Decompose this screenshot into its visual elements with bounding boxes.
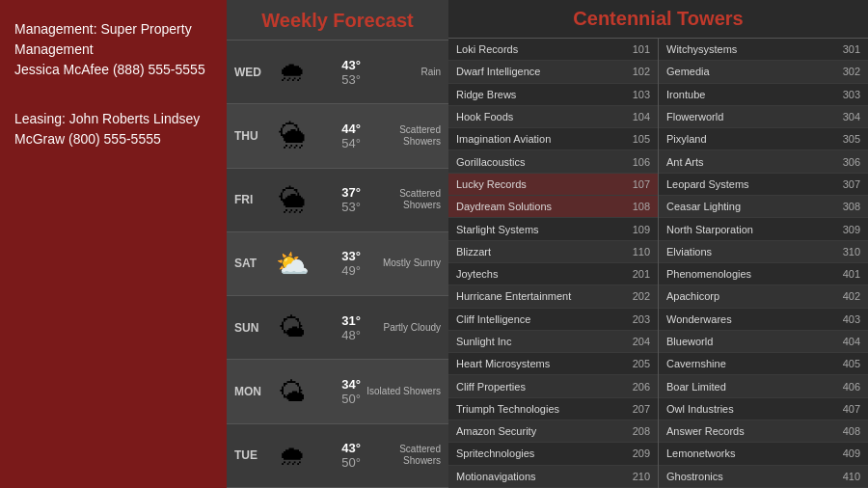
dir-num: 404	[831, 336, 860, 347]
weather-row: FRI 🌦 37° 53° Scattered Showers	[227, 169, 448, 232]
dir-name: Starlight Systems	[456, 224, 621, 235]
dir-row: Motionavigations 210	[448, 466, 658, 488]
temp-low: 49°	[341, 263, 361, 278]
dir-name: Ridge Brews	[456, 89, 621, 100]
dir-row: Ceasar Lighting 308	[659, 196, 868, 218]
dir-row: Pixyland 305	[659, 128, 868, 150]
weather-desc: Scattered Showers	[361, 188, 441, 211]
directory-col1: Loki Records 101 Dwarf Intelligence 102 …	[448, 39, 659, 488]
dir-row: Imagination Aviation 105	[448, 128, 658, 150]
dir-row: Lemonetworks 409	[659, 443, 868, 465]
dir-name: Blueworld	[666, 336, 831, 347]
dir-num: 307	[831, 178, 860, 190]
weather-desc: Rain	[361, 67, 441, 78]
dir-name: Ghostronics	[666, 471, 831, 482]
dir-num: 102	[621, 66, 650, 77]
temp-high: 33°	[341, 249, 361, 263]
weather-row: SAT ⛅ 33° 49° Mostly Sunny	[227, 232, 448, 296]
dir-row: North Starporation 309	[659, 218, 868, 240]
dir-row: Flowerworld 304	[659, 106, 868, 128]
weather-title: Weekly Forecast	[227, 0, 448, 41]
temps: 31° 48°	[317, 313, 361, 342]
leasing-block: Leasing: John Roberts Lindsey McGraw (80…	[14, 109, 212, 149]
temps: 43° 50°	[317, 441, 361, 470]
dir-name: Gorillacoustics	[456, 156, 621, 168]
dir-name: Daydream Solutions	[456, 201, 621, 212]
dir-name: Irontube	[666, 89, 831, 100]
dir-row: Blizzart 110	[448, 241, 658, 263]
dir-num: 207	[621, 403, 650, 415]
temp-low: 50°	[341, 392, 361, 406]
dir-row: Gorillacoustics 106	[448, 150, 658, 173]
temps: 43° 53°	[317, 58, 361, 87]
dir-row: Lucky Records 107	[448, 174, 658, 196]
dir-num: 203	[621, 313, 650, 325]
dir-row: Amazon Security 208	[448, 420, 658, 443]
weather-row: SUN 🌤 31° 48° Partly Cloudy	[227, 296, 448, 360]
temp-high: 43°	[341, 58, 361, 72]
weather-desc: Scattered Showers	[361, 124, 441, 148]
dir-name: Motionavigations	[456, 471, 621, 482]
dir-row: Witchysystems 301	[659, 39, 868, 61]
dir-name: Cliff Intelligence	[456, 313, 621, 325]
dir-num: 209	[621, 447, 650, 459]
dir-name: Imagination Aviation	[456, 133, 621, 145]
dir-name: Dwarf Intelligence	[456, 66, 621, 77]
weather-panel: Weekly Forecast WED 🌧 43° 53° Rain THU 🌦…	[227, 0, 448, 488]
weather-rows: WED 🌧 43° 53° Rain THU 🌦 44° 54° Scatter…	[227, 41, 448, 488]
dir-row: Hook Foods 104	[448, 106, 658, 128]
dir-num: 201	[621, 268, 650, 280]
dir-num: 309	[831, 224, 860, 235]
dir-num: 110	[621, 246, 650, 258]
dir-row: Answer Records 408	[659, 420, 868, 443]
weather-row: THU 🌦 44° 54° Scattered Showers	[227, 104, 448, 168]
dir-row: Phenomenologies 401	[659, 263, 868, 285]
dir-name: Boar Limited	[666, 381, 831, 393]
dir-row: Heart Microsystems 205	[448, 353, 658, 375]
day-label: SUN	[234, 321, 267, 335]
dir-name: Loki Records	[456, 43, 621, 55]
dir-num: 305	[831, 133, 860, 145]
temps: 34° 50°	[317, 377, 361, 406]
dir-row: Ridge Brews 103	[448, 84, 658, 106]
dir-num: 105	[621, 133, 650, 145]
dir-row: Starlight Systems 109	[448, 218, 658, 240]
dir-num: 206	[621, 381, 650, 393]
dir-name: North Starporation	[666, 224, 831, 235]
weather-icon: 🌦	[267, 117, 317, 155]
weather-desc: Mostly Sunny	[361, 258, 441, 269]
dir-num: 408	[831, 425, 860, 437]
dir-name: Owl Industries	[666, 403, 831, 415]
temp-low: 54°	[341, 136, 361, 150]
dir-row: Wonderwares 403	[659, 309, 868, 331]
dir-num: 304	[831, 111, 860, 122]
weather-row: WED 🌧 43° 53° Rain	[227, 41, 448, 104]
dir-row: Joytechs 201	[448, 263, 658, 285]
day-label: MON	[234, 385, 267, 398]
weather-desc: Isolated Showers	[361, 386, 441, 397]
dir-row: Boar Limited 406	[659, 375, 868, 397]
dir-name: Leopard Systems	[666, 178, 831, 190]
dir-num: 407	[831, 403, 860, 415]
weather-icon: 🌦	[267, 180, 317, 219]
left-panel: Management: Super Property Management Je…	[0, 0, 227, 488]
directory-title: Centennial Towers	[448, 0, 868, 39]
temp-low: 50°	[341, 455, 361, 470]
management-block: Management: Super Property Management Je…	[14, 19, 212, 80]
temp-low: 48°	[341, 328, 361, 342]
weather-row: MON 🌤 34° 50° Isolated Showers	[227, 360, 448, 423]
dir-row: Triumph Technologies 207	[448, 398, 658, 420]
temp-high: 34°	[341, 377, 361, 392]
dir-name: Lucky Records	[456, 178, 621, 190]
directory-columns: Loki Records 101 Dwarf Intelligence 102 …	[448, 39, 868, 488]
dir-row: Sunlight Inc 204	[448, 331, 658, 353]
dir-row: Apachicorp 402	[659, 285, 868, 308]
dir-row: Ant Arts 306	[659, 150, 868, 173]
dir-num: 401	[831, 268, 860, 280]
weather-desc: Scattered Showers	[361, 444, 441, 467]
dir-row: Ghostronics 410	[659, 466, 868, 488]
dir-name: Apachicorp	[666, 290, 831, 302]
temp-high: 37°	[341, 185, 361, 200]
dir-num: 205	[621, 358, 650, 369]
dir-row: Blueworld 404	[659, 331, 868, 353]
